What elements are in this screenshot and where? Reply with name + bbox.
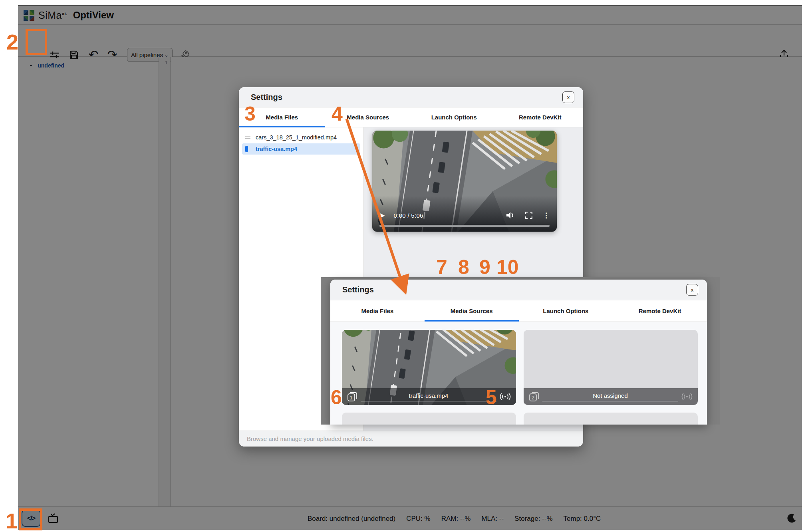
tab-media-sources[interactable]: Media Sources xyxy=(425,300,519,321)
annotation-number-8: 8 xyxy=(458,257,469,277)
annotation-number-10: 10 xyxy=(496,257,519,277)
tab-remote-devkit[interactable]: Remote DevKit xyxy=(497,107,584,127)
dialog-footer: Browse and manage your uploaded media fi… xyxy=(239,431,583,447)
dialog-title: Settings xyxy=(342,285,374,294)
dialog-title: Settings xyxy=(251,93,282,102)
annotation-number-5: 5 xyxy=(486,387,497,407)
annotation-number-6: 6 xyxy=(331,387,342,407)
annotation-number-1: 1 xyxy=(6,510,18,532)
list-item-file[interactable]: cars_3_18_25_1_modified.mp4 xyxy=(242,132,360,143)
source-name-underline xyxy=(542,401,678,401)
active-tab-underline xyxy=(425,320,519,322)
close-icon: x xyxy=(567,94,570,100)
dialog-footer-hint: Browse and manage your uploaded media fi… xyxy=(247,435,373,442)
file-icon xyxy=(245,136,252,139)
dialog-tabs: Media Files Media Sources Launch Options… xyxy=(239,107,583,127)
close-icon: x xyxy=(691,287,694,293)
tab-launch-options[interactable]: Launch Options xyxy=(519,300,613,321)
fullscreen-icon[interactable] xyxy=(525,212,532,219)
close-button[interactable]: x xyxy=(562,91,574,103)
annotation-number-7: 7 xyxy=(436,257,447,277)
source-index-icon: 2 xyxy=(529,391,539,402)
source-card-4[interactable] xyxy=(524,413,698,425)
source-index-icon: 1 xyxy=(347,391,357,402)
source-card-bar: 2 Not assigned xyxy=(524,388,698,405)
close-button[interactable]: x xyxy=(686,284,698,296)
source-name-input[interactable]: Not assigned xyxy=(593,392,628,399)
source-name-underline xyxy=(361,401,496,401)
tab-launch-options[interactable]: Launch Options xyxy=(411,107,497,127)
media-sources-grid: 1 traffic-usa.mp4 xyxy=(330,322,707,425)
progress-bar[interactable] xyxy=(379,225,550,227)
annotation-number-3: 3 xyxy=(244,104,256,124)
source-card-2[interactable]: 2 Not assigned xyxy=(524,330,698,405)
broadcast-icon[interactable] xyxy=(500,393,511,401)
tab-media-files[interactable]: Media Files xyxy=(330,300,425,321)
more-options-icon[interactable]: ⋮ xyxy=(543,211,550,220)
selected-file-icon xyxy=(245,146,252,152)
play-button[interactable]: ▶ xyxy=(380,212,385,219)
dialog-tabs: Media Files Media Sources Launch Options… xyxy=(330,300,707,322)
broadcast-icon[interactable] xyxy=(681,393,693,401)
video-player[interactable]: ▶ 0:00 / 5:06 ⋮ xyxy=(372,131,557,232)
list-item-file-selected[interactable]: traffic-usa.mp4 xyxy=(242,143,360,155)
annotation-number-2: 2 xyxy=(6,31,18,53)
settings-dialog-media-sources: Settings x Media Files Media Sources Lau… xyxy=(330,280,707,425)
dialog-header: Settings x xyxy=(239,87,583,107)
player-controls: ▶ 0:00 / 5:06 ⋮ xyxy=(372,209,557,221)
annotation-number-9: 9 xyxy=(479,257,490,277)
annotation-number-4: 4 xyxy=(332,104,343,124)
source-card-3[interactable] xyxy=(342,413,516,425)
tab-remote-devkit[interactable]: Remote DevKit xyxy=(613,300,707,321)
annotation-box-1 xyxy=(19,508,42,530)
settings-dialog-media-sources-fragment: Settings x Media Files Media Sources Lau… xyxy=(321,277,720,425)
playback-time: 0:00 / 5:06 xyxy=(394,212,423,219)
dialog-header: Settings x xyxy=(330,280,707,300)
annotation-box-2 xyxy=(26,29,47,55)
source-name-input[interactable]: traffic-usa.mp4 xyxy=(409,392,449,399)
volume-icon[interactable] xyxy=(506,212,515,219)
